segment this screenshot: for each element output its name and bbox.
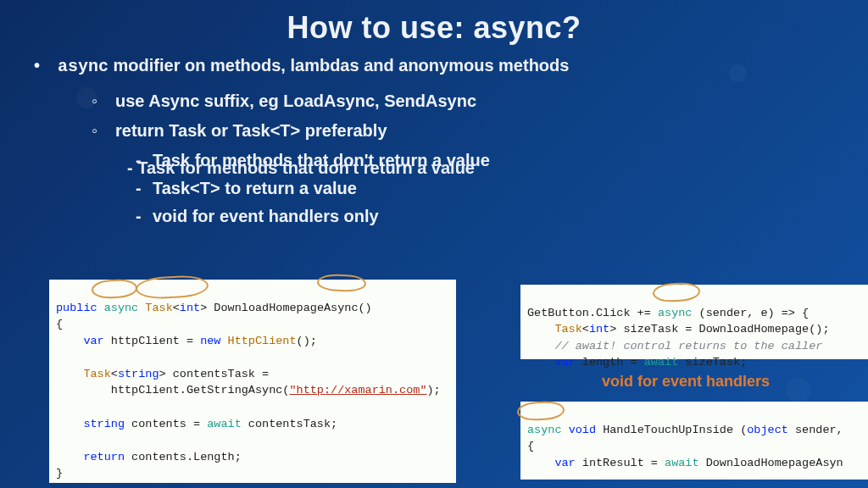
bullet-code-word: async bbox=[58, 57, 108, 76]
slide-body: async modifier on methods, lambdas and a… bbox=[0, 46, 868, 228]
bullet-level2-a: use Async suffix, eg LoadAsync, SendAsyn… bbox=[34, 90, 834, 113]
bullet-text: modifier on methods, lambdas and anonymo… bbox=[108, 56, 569, 75]
bullet-level3-c: void for event handlers only bbox=[34, 205, 834, 228]
code-block-left: public async Task<int> DownloadHomepageA… bbox=[49, 280, 456, 483]
code-block-right-bottom: async void HandleTouchUpInside (object s… bbox=[520, 402, 868, 480]
bullet-level3-b: Task<T> to return a value bbox=[34, 177, 834, 200]
bullet-level1: async modifier on methods, lambdas and a… bbox=[34, 54, 834, 78]
bullet-level2-b: return Task or Task<T> preferably bbox=[34, 119, 834, 142]
overlap-text: - Task for methods that don't return a v… bbox=[127, 157, 475, 179]
code-block-right-top: GetButton.Click += async (sender, e) => … bbox=[520, 285, 868, 359]
callout-label: void for event handlers bbox=[602, 373, 770, 391]
slide-title: How to use: async? bbox=[0, 0, 868, 46]
